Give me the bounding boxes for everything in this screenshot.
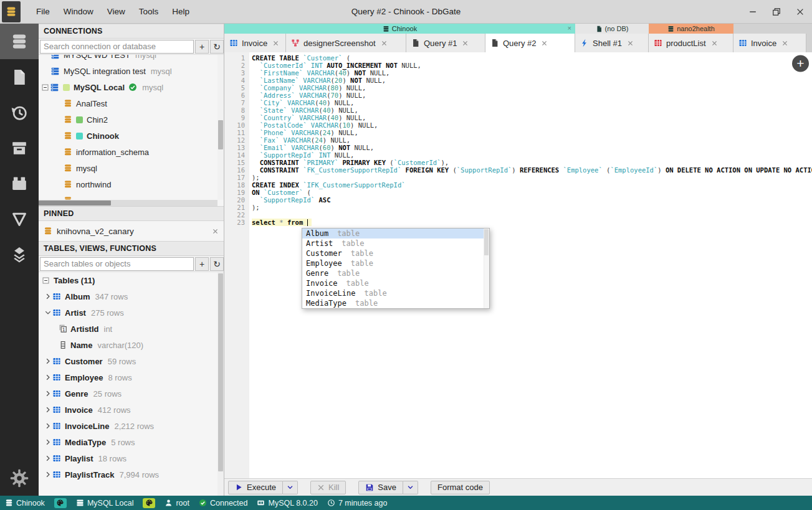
- tab-productlist[interactable]: productList: [649, 34, 733, 52]
- rail-history-button[interactable]: [0, 95, 39, 130]
- tab-query-1[interactable]: Query #1: [406, 34, 485, 52]
- database-item-chinook[interactable]: Chinook: [39, 128, 224, 144]
- tab-query-2[interactable]: Query #2: [485, 34, 575, 52]
- rail-cell-data-button[interactable]: [0, 237, 39, 272]
- collapse-icon[interactable]: [42, 277, 49, 284]
- tables-scrollbar[interactable]: [217, 272, 224, 496]
- chevron-right-icon[interactable]: [44, 390, 52, 397]
- refresh-tables-button[interactable]: ↻: [210, 257, 224, 271]
- statusbar-database-color-chip[interactable]: [54, 498, 67, 508]
- close-tab-icon[interactable]: [462, 40, 469, 47]
- tab-invoice[interactable]: Invoice: [224, 34, 286, 52]
- rail-query-designer-button[interactable]: [0, 201, 39, 237]
- table-item-genre[interactable]: Genre 25 rows: [39, 385, 217, 402]
- column-item-name[interactable]: Name varchar(120): [39, 337, 217, 353]
- save-button[interactable]: Save: [358, 481, 403, 494]
- unpin-close-icon[interactable]: [212, 228, 219, 235]
- autocomplete-item-invoice[interactable]: Invoice table: [302, 278, 489, 288]
- table-item-employee[interactable]: Employee 8 rows: [39, 369, 217, 385]
- new-tab-button[interactable]: +: [792, 55, 809, 72]
- table-item-artist[interactable]: Artist 275 rows: [39, 305, 217, 321]
- chevron-down-icon[interactable]: [44, 309, 52, 316]
- menu-window[interactable]: Window: [57, 0, 100, 24]
- execute-button[interactable]: Execute: [228, 481, 283, 494]
- refresh-connections-button[interactable]: ↻: [210, 40, 224, 54]
- minimize-button[interactable]: [741, 0, 765, 24]
- menu-help[interactable]: Help: [165, 0, 196, 24]
- chevron-right-icon[interactable]: [44, 357, 52, 365]
- close-tab-icon[interactable]: [711, 40, 718, 47]
- rail-files-button[interactable]: [0, 59, 39, 95]
- collapse-icon[interactable]: [42, 84, 49, 91]
- statusbar-last-refresh[interactable]: 7 minutes ago: [327, 499, 388, 508]
- chevron-right-icon[interactable]: [44, 422, 52, 430]
- restore-button[interactable]: [765, 0, 788, 24]
- tab-invoice-2[interactable]: Invoice: [733, 34, 806, 52]
- tab-shell-1[interactable]: Shell #1: [575, 34, 649, 52]
- table-item-invoice[interactable]: Invoice 412 rows: [39, 402, 217, 418]
- statusbar-user[interactable]: root: [165, 499, 189, 508]
- rail-plugins-button[interactable]: [0, 166, 39, 201]
- database-item-northwind[interactable]: northwind: [39, 176, 224, 192]
- table-item-customer[interactable]: Customer 59 rows: [39, 353, 217, 369]
- menu-tools[interactable]: Tools: [132, 0, 166, 24]
- table-item-album[interactable]: Album 347 rows: [39, 288, 217, 305]
- table-item-mediatype[interactable]: MediaType 5 rows: [39, 434, 217, 450]
- autocomplete-item-mediatype[interactable]: MediaType table: [302, 298, 489, 308]
- menu-view[interactable]: View: [100, 0, 132, 24]
- table-item-invoiceline[interactable]: InvoiceLine 2,212 rows: [39, 418, 217, 434]
- autocomplete-scrollbar[interactable]: [484, 229, 489, 308]
- database-item-information-schema[interactable]: information_schema: [39, 144, 224, 160]
- close-tab-icon[interactable]: [381, 40, 388, 47]
- chevron-right-icon[interactable]: [44, 293, 52, 300]
- statusbar-connection-status[interactable]: Connected: [199, 499, 247, 508]
- close-button[interactable]: [788, 0, 812, 24]
- connection-item-mysql-wd-test[interactable]: MYSQL WD TESTmysql: [39, 55, 224, 63]
- rail-connections-button[interactable]: [0, 24, 39, 59]
- column-item-artistid[interactable]: 1 ArtistId int: [39, 321, 217, 337]
- add-connection-button[interactable]: +: [195, 40, 209, 54]
- autocomplete-item-customer[interactable]: Customer table: [302, 248, 489, 258]
- connections-horizontal-scrollbar[interactable]: [39, 200, 217, 206]
- execute-dropdown-button[interactable]: [283, 481, 298, 494]
- chevron-right-icon[interactable]: [44, 438, 52, 446]
- rail-settings-button[interactable]: [0, 460, 39, 496]
- connections-search-input[interactable]: [40, 40, 194, 54]
- database-item-chin2[interactable]: Chin2: [39, 111, 224, 128]
- menu-file[interactable]: File: [29, 0, 57, 24]
- format-code-button[interactable]: Format code: [431, 481, 490, 494]
- database-item-mysql[interactable]: mysql: [39, 160, 224, 176]
- connection-item-mysql-local[interactable]: MySQL Localmysql: [39, 79, 224, 95]
- autocomplete-item-employee[interactable]: Employee table: [302, 258, 489, 268]
- close-tab-icon[interactable]: [272, 40, 279, 47]
- chevron-right-icon[interactable]: [44, 455, 52, 462]
- tables-group-row[interactable]: Tables (11): [39, 272, 217, 288]
- statusbar-connection[interactable]: MySQL Local: [76, 499, 134, 508]
- close-group-icon[interactable]: ×: [568, 24, 571, 32]
- statusbar-server-version[interactable]: MySQL 8.0.20: [257, 499, 317, 508]
- autocomplete-item-invoiceline[interactable]: InvoiceLine table: [302, 288, 489, 298]
- tab-designerscreenshot[interactable]: designerScreenshot: [286, 34, 406, 52]
- database-item-analtest[interactable]: AnalTest: [39, 95, 224, 111]
- chevron-right-icon[interactable]: [44, 471, 52, 478]
- close-tab-icon[interactable]: [541, 40, 548, 47]
- statusbar-connection-color-chip[interactable]: [143, 498, 155, 508]
- tables-search-input[interactable]: [40, 257, 194, 271]
- save-dropdown-button[interactable]: [403, 481, 418, 494]
- table-item-playlist[interactable]: Playlist 18 rows: [39, 450, 217, 466]
- table-item-playlisttrack[interactable]: PlaylistTrack 7,994 rows: [39, 466, 217, 483]
- connections-vertical-scrollbar[interactable]: [217, 55, 224, 200]
- pinned-item-knihovna-v2-canary[interactable]: knihovna_v2_canary: [39, 221, 224, 241]
- autocomplete-item-artist[interactable]: Artist table: [302, 238, 489, 248]
- connection-item-mysql-integration-test[interactable]: MySQL integration testmysql: [39, 63, 224, 79]
- statusbar-database[interactable]: Chinook: [5, 499, 45, 508]
- rail-archive-button[interactable]: [0, 130, 39, 166]
- chevron-right-icon[interactable]: [44, 374, 52, 381]
- close-tab-icon[interactable]: [781, 40, 788, 47]
- autocomplete-item-genre[interactable]: Genre table: [302, 268, 489, 278]
- kill-button[interactable]: Kill: [310, 481, 346, 494]
- sql-editor[interactable]: 1234567891011121314151617181920212223 CR…: [224, 52, 812, 478]
- add-table-button[interactable]: +: [195, 257, 209, 271]
- autocomplete-item-album[interactable]: Album table: [302, 229, 489, 238]
- chevron-right-icon[interactable]: [44, 406, 52, 413]
